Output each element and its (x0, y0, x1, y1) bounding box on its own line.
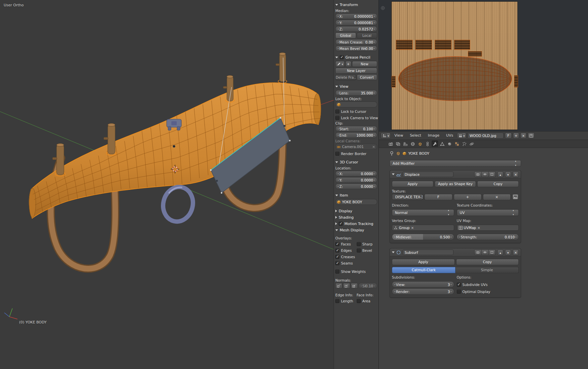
uv-map-field[interactable]: UVMap (457, 225, 519, 231)
clear-uv-map-icon[interactable] (478, 226, 481, 230)
render-visibility-toggle[interactable] (474, 171, 482, 177)
vertex-normals-toggle[interactable] (335, 283, 342, 289)
bevel-checkbox[interactable]: Bevel (357, 247, 377, 253)
editor-type-button[interactable] (381, 133, 391, 139)
uv-canvas[interactable] (379, 0, 588, 131)
creases-checkbox[interactable]: Creases (335, 253, 356, 260)
item-name-field[interactable]: YOKE BODY (335, 199, 377, 205)
displace-header[interactable]: Displace (390, 170, 521, 178)
menu-select[interactable]: Select (407, 132, 424, 139)
editmode-visibility-toggle[interactable] (489, 249, 496, 255)
lock-camera-checkbox[interactable]: Lock Camera to View (335, 115, 377, 121)
decrement-arrow-icon[interactable] (337, 13, 339, 19)
tab-render[interactable] (388, 141, 394, 147)
convert-button[interactable]: Convert (357, 74, 377, 80)
delete-frame-button[interactable]: Delete Fra... (335, 74, 356, 80)
pin-icon[interactable] (390, 151, 394, 156)
tab-material[interactable] (446, 141, 453, 147)
expand-arrow-icon[interactable] (392, 251, 395, 253)
display-panel-header[interactable]: Display (335, 208, 377, 214)
tab-texture[interactable] (454, 141, 460, 147)
face-normals-toggle[interactable] (343, 283, 350, 289)
texture-field[interactable]: DISPLACE TEX-3 (392, 194, 423, 200)
show-texture-button[interactable] (512, 194, 519, 200)
tab-object-data[interactable] (439, 141, 445, 147)
simple-button[interactable]: Simple (455, 267, 519, 273)
move-modifier-down-button[interactable] (505, 171, 511, 177)
delete-modifier-button[interactable] (513, 249, 519, 255)
motion-tracking-checkbox[interactable] (339, 222, 343, 226)
optimal-display-checkbox[interactable]: Optimal Display (457, 288, 519, 295)
item-panel-header[interactable]: Item (335, 193, 377, 198)
strength-slider[interactable]: Strength: 0.010 (457, 234, 519, 240)
cursor-z-field[interactable]: Z: 0.0000 (335, 183, 377, 189)
viewport-visibility-toggle[interactable] (482, 171, 489, 177)
breadcrumb-object-name[interactable]: YOKE BODY (408, 151, 429, 156)
tab-constraints[interactable] (424, 141, 431, 147)
viewport-visibility-toggle[interactable] (482, 249, 489, 255)
clear-vertex-group-icon[interactable] (411, 226, 414, 230)
tab-object[interactable] (417, 141, 423, 147)
add-modifier-dropdown[interactable]: Add Modifier (390, 160, 521, 167)
menu-image[interactable]: Image (425, 132, 442, 139)
lock-to-cursor-checkbox[interactable]: Lock to Cursor (335, 108, 377, 115)
texture-fake-user-button[interactable]: F (424, 194, 452, 200)
show-weights-checkbox[interactable]: Show Weights (335, 268, 377, 275)
grease-pencil-panel-header[interactable]: Grease Pencil (335, 55, 377, 60)
expand-arrow-icon[interactable] (392, 173, 395, 175)
editmode-visibility-toggle[interactable] (489, 171, 496, 177)
viewport-3d[interactable]: User Ortho (0) YOKE BODY (0, 0, 334, 369)
tab-render-layers[interactable] (395, 141, 401, 147)
displace-copy-button[interactable]: Copy (477, 181, 519, 187)
tab-scene[interactable] (402, 141, 409, 147)
median-y-field[interactable]: Y: 0.0000081 (335, 20, 377, 25)
image-browse-button[interactable] (457, 133, 466, 139)
local-camera-field[interactable]: Camera.001 (335, 144, 377, 150)
displace-apply-button[interactable]: Apply (392, 181, 433, 187)
cursor-y-field[interactable]: Y: 0.0000 (335, 177, 377, 183)
delete-modifier-button[interactable] (513, 171, 519, 177)
direction-select[interactable]: Normal (392, 209, 454, 216)
median-x-field[interactable]: X: 0.0000001 (335, 13, 377, 19)
render-visibility-toggle[interactable] (474, 249, 482, 255)
mean-crease-field[interactable]: Mean Crease: 0.00 (335, 39, 377, 45)
displace-name-field[interactable]: Displace (403, 171, 453, 177)
mesh-display-panel-header[interactable]: Mesh Display (335, 227, 377, 233)
region-expand-icon[interactable] (381, 6, 385, 10)
transform-panel-header[interactable]: Transform (335, 2, 377, 7)
gp-new-button[interactable]: New (352, 61, 377, 67)
tab-physics[interactable] (469, 141, 475, 147)
unlink-texture-button[interactable] (483, 194, 511, 200)
view-panel-header[interactable]: View (335, 84, 377, 89)
gp-new-data-button[interactable] (345, 61, 351, 67)
clip-end-field[interactable]: End: 1000.000 (335, 132, 377, 138)
subsurf-apply-button[interactable]: Apply (392, 259, 455, 265)
lock-to-object-field[interactable] (335, 101, 377, 107)
grease-pencil-checkbox[interactable] (340, 55, 344, 59)
coords-select[interactable]: UV (457, 209, 519, 216)
menu-uvs[interactable]: UVs (443, 132, 456, 139)
3d-cursor-panel-header[interactable]: 3D Cursor (335, 159, 377, 165)
normals-size-field[interactable]: Size: 0.10 (358, 283, 377, 289)
new-layer-button[interactable]: New Layer (335, 68, 377, 74)
mean-bevel-weight-field[interactable]: Mean Bevel Weig: 0.00 (335, 46, 377, 51)
cursor-x-field[interactable]: X: 0.0000 (335, 171, 377, 176)
edges-checkbox[interactable]: Edges (335, 247, 356, 253)
fake-user-button[interactable]: F (505, 133, 512, 139)
lens-field[interactable]: Lens: 35.000 (335, 90, 377, 96)
subsurf-render-field[interactable]: Render: 3 (392, 288, 454, 295)
menu-view[interactable]: View (392, 132, 406, 139)
clip-start-field[interactable]: Start: 0.100 (335, 126, 377, 132)
subsurf-header[interactable]: Subsurf (390, 248, 521, 256)
pack-image-button[interactable] (528, 133, 534, 139)
unlink-icon[interactable] (372, 145, 375, 149)
image-name-field[interactable]: WOOD OLD.jpg (468, 133, 504, 139)
render-border-checkbox[interactable]: Render Border (335, 150, 377, 157)
vertex-group-field[interactable]: Group (392, 225, 454, 231)
displace-apply-shape-button[interactable]: Apply as Shape Key (435, 181, 476, 187)
tab-particles[interactable] (461, 141, 468, 147)
global-button[interactable]: Global (335, 32, 356, 39)
new-texture-button[interactable] (454, 194, 482, 200)
sharp-checkbox[interactable]: Sharp (357, 241, 377, 247)
subsurf-view-field[interactable]: View: 3 (392, 281, 454, 288)
